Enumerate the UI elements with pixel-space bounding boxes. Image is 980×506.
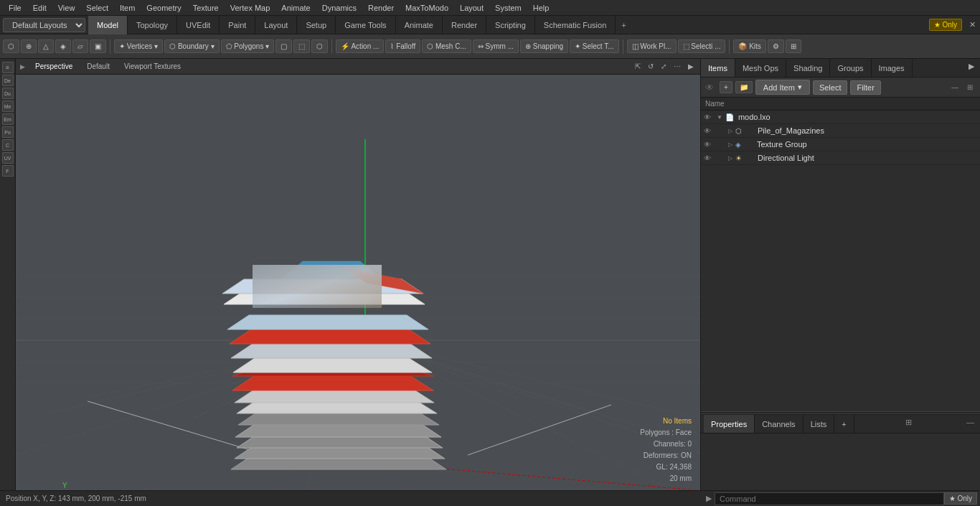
item-expand-modo-lxo[interactable]: ▼	[717, 114, 722, 121]
panel-tabs-more[interactable]: ▶	[963, 59, 980, 77]
menu-select[interactable]: Select	[80, 2, 114, 14]
layout-grid-btn[interactable]: ⊞	[786, 39, 801, 53]
tab-lists[interactable]: Lists	[804, 415, 835, 433]
tab-layout[interactable]: Layout	[255, 16, 297, 34]
select-tool-btn[interactable]: ✦ Select T...	[570, 39, 619, 53]
sidebar-tool-du[interactable]: Du	[2, 88, 14, 99]
tab-properties[interactable]: Properties	[704, 415, 755, 433]
viewport-more-btn[interactable]: ⋯	[672, 62, 683, 71]
edge-mode-btn[interactable]: ◈	[55, 39, 71, 53]
menu-help[interactable]: Help	[527, 2, 555, 14]
sidebar-tool-uv[interactable]: UV	[2, 152, 14, 164]
tab-model[interactable]: Model	[88, 16, 128, 34]
menu-item[interactable]: Item	[114, 2, 141, 14]
item-expand-texture[interactable]: ▷	[728, 141, 732, 148]
viewport-fit-btn[interactable]: ⤢	[659, 62, 669, 71]
tab-plus-btn[interactable]: +	[834, 415, 854, 433]
panel-collapse-icon[interactable]: —	[948, 82, 961, 93]
tab-images[interactable]: Images	[872, 59, 913, 77]
item-row-pile-magazines[interactable]: 👁 ▷ ⬡ Pile_of_Magazines	[701, 124, 980, 138]
menu-view[interactable]: View	[52, 2, 81, 14]
symmetry-btn[interactable]: ⇔ Symm ...	[473, 39, 519, 53]
viewport-tab-default[interactable]: Default	[83, 61, 114, 72]
vertex-mode-btn[interactable]: △	[38, 39, 54, 53]
polygon-mode-btn[interactable]: ▱	[72, 39, 88, 53]
smooth-tool-btn[interactable]: ⬡	[311, 39, 328, 53]
filter-button[interactable]: Filter	[850, 80, 880, 95]
tab-animate[interactable]: Animate	[396, 16, 443, 34]
item-row-texture-group[interactable]: 👁 ▷ ◈ Texture Group	[701, 138, 980, 151]
item-expand-pile[interactable]: ▷	[728, 128, 732, 134]
sidebar-toggle[interactable]: ≡	[2, 62, 14, 73]
bottom-collapse-btn[interactable]: —	[963, 415, 977, 433]
star-only-button[interactable]: ★ Only	[929, 19, 962, 31]
selection-btn[interactable]: ⬚ Selecti ...	[678, 39, 726, 53]
tab-shading[interactable]: Shading	[786, 59, 830, 77]
tab-game-tools[interactable]: Game Tools	[336, 16, 396, 34]
layout-close[interactable]: ✕	[965, 19, 980, 31]
tab-render[interactable]: Render	[443, 16, 486, 34]
falloff-btn[interactable]: ⌇ Falloff	[385, 39, 420, 53]
tab-channels[interactable]: Channels	[755, 415, 803, 433]
item-expand-light[interactable]: ▷	[728, 155, 732, 161]
sidebar-tool-me[interactable]: Me	[2, 100, 14, 112]
viewport-rotate-btn[interactable]: ↺	[646, 62, 656, 71]
item-eye-texture[interactable]: 👁	[704, 141, 711, 149]
item-mode-btn[interactable]: ▣	[90, 39, 106, 53]
menu-texture[interactable]: Texture	[187, 2, 225, 14]
item-row-modo-lxo[interactable]: 👁 ▼ 📄 modo.lxo	[701, 111, 980, 124]
sidebar-tool-em[interactable]: Em	[2, 113, 14, 125]
tab-paint[interactable]: Paint	[220, 16, 255, 34]
menu-edit[interactable]: Edit	[27, 2, 52, 14]
shape-tool-btn[interactable]: ▢	[275, 39, 292, 53]
menu-animate[interactable]: Animate	[275, 2, 316, 14]
item-row-dir-light[interactable]: 👁 ▷ ☀ Directional Light	[701, 151, 980, 165]
bottom-expand-btn[interactable]: ⊞	[903, 415, 915, 433]
viewport-canvas[interactable]: X Y Z No Items Polygons : Face Channels:…	[16, 75, 700, 490]
menu-geometry[interactable]: Geometry	[141, 2, 187, 14]
command-submit-btn[interactable]: ★ Only	[944, 492, 977, 505]
tab-scripting[interactable]: Scripting	[486, 16, 535, 34]
viewport-collapse[interactable]: ▶	[20, 63, 25, 70]
work-plane-btn[interactable]: ◫ Work Pl...	[627, 39, 677, 53]
item-eye-pile[interactable]: 👁	[704, 127, 711, 135]
add-new-icon[interactable]: +	[720, 81, 732, 93]
tab-topology[interactable]: Topology	[128, 16, 177, 34]
tab-schematic-fusion[interactable]: Schematic Fusion	[535, 16, 616, 34]
viewport-tab-perspective[interactable]: Perspective	[31, 61, 77, 72]
menu-system[interactable]: System	[489, 2, 527, 14]
panel-expand-icon[interactable]: ⊞	[964, 82, 976, 93]
cage-tool-btn[interactable]: ⬚	[293, 39, 310, 53]
polygons-dropdown-btn[interactable]: ⬠ Polygons ▾	[221, 39, 275, 53]
vertices-dropdown-btn[interactable]: ✦ Vertices ▾	[114, 39, 163, 53]
menu-vertex-map[interactable]: Vertex Map	[225, 2, 276, 14]
menu-maxtomodo[interactable]: MaxToModo	[400, 2, 454, 14]
viewport-home-btn[interactable]: ⇱	[633, 62, 643, 71]
select-button[interactable]: Select	[813, 80, 848, 95]
layout-dropdown[interactable]: Default Layouts	[3, 18, 85, 32]
sidebar-tool-c[interactable]: C	[2, 139, 14, 151]
boundary-dropdown-btn[interactable]: ⬡ Boundary ▾	[164, 39, 219, 53]
snapping-btn[interactable]: ⊕ Snapping	[520, 39, 568, 53]
mode-toggle-btn[interactable]: ⬡	[3, 39, 19, 53]
item-eye-light[interactable]: 👁	[704, 154, 711, 162]
origin-btn[interactable]: ⊕	[21, 39, 37, 53]
sidebar-tool-f[interactable]: F	[2, 165, 14, 177]
menu-file[interactable]: File	[3, 2, 27, 14]
tab-uvedit[interactable]: UVEdit	[177, 16, 220, 34]
item-eye-modo-lxo[interactable]: 👁	[704, 113, 711, 121]
add-item-button[interactable]: Add Item ▾	[755, 80, 810, 95]
sidebar-tool-de[interactable]: De	[2, 75, 14, 86]
sidebar-tool-po[interactable]: Po	[2, 126, 14, 138]
folder-icon[interactable]: 📁	[735, 81, 753, 93]
menu-dynamics[interactable]: Dynamics	[316, 2, 362, 14]
tab-plus[interactable]: +	[616, 18, 631, 32]
tab-groups[interactable]: Groups	[830, 59, 871, 77]
command-input[interactable]	[715, 492, 944, 505]
mesh-btn[interactable]: ⬡ Mesh C...	[422, 39, 471, 53]
tab-setup[interactable]: Setup	[297, 16, 336, 34]
settings-gear-btn[interactable]: ⚙	[768, 39, 784, 53]
viewport-tab-textures[interactable]: Viewport Textures	[120, 61, 185, 72]
kits-btn[interactable]: 📦 Kits	[733, 39, 765, 53]
menu-render[interactable]: Render	[362, 2, 400, 14]
